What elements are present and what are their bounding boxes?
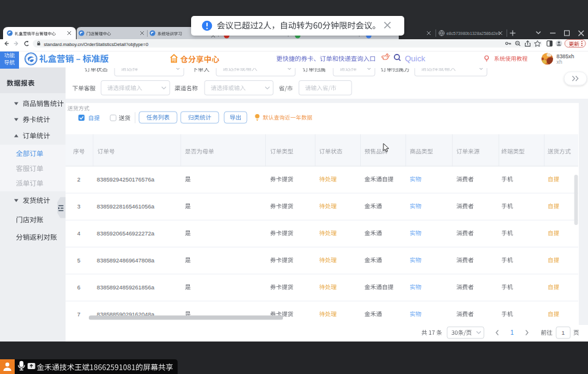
svg-text:6: 6	[77, 284, 80, 291]
svg-text:1: 1	[510, 329, 514, 336]
svg-text:xh: xh	[557, 59, 562, 65]
svg-text:83859228165461056a: 83859228165461056a	[97, 203, 155, 210]
svg-text:2: 2	[77, 176, 80, 183]
svg-text:83859294250176576a: 83859294250176576a	[97, 176, 155, 183]
svg-text:7: 7	[77, 311, 80, 318]
svg-text:83859206546922272a: 83859206546922272a	[97, 230, 155, 237]
svg-text:5: 5	[77, 257, 80, 264]
svg-text:4: 4	[77, 230, 80, 237]
svg-text:8385xh: 8385xh	[557, 53, 575, 59]
svg-text:83858924859261856a: 83858924859261856a	[97, 284, 155, 291]
svg-text:1: 1	[562, 329, 565, 336]
svg-text:standard.maboy.cn/OrderStatist: standard.maboy.cn/OrderStatisticsDetail?…	[44, 42, 149, 47]
svg-text:3: 3	[77, 203, 80, 210]
svg-text:Quick: Quick	[405, 54, 426, 63]
svg-text:e8c573980b1328a2586d2e6: e8c573980b1328a2586d2e6	[447, 31, 500, 36]
svg-text:83858924869647808a: 83858924869647808a	[97, 257, 155, 264]
